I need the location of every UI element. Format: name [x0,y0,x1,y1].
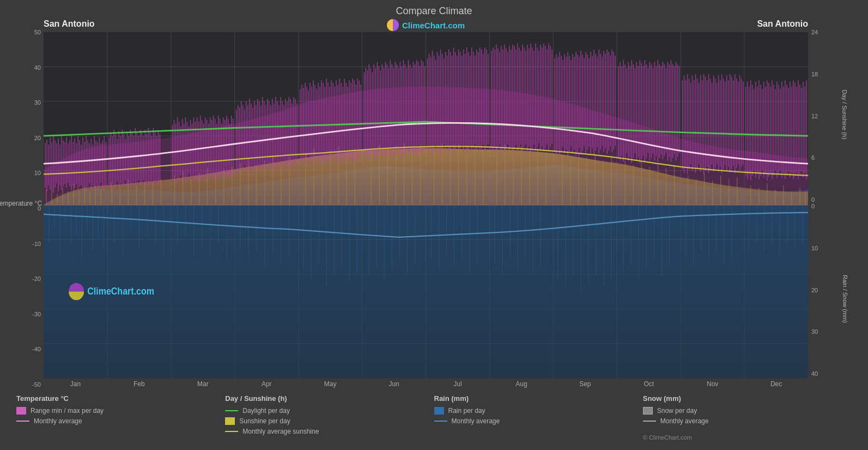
chart-svg: ClimeChart.com [44,32,808,378]
y-tick-minus20: -20 [32,275,41,282]
x-tick-apr: Apr [235,380,299,388]
legend-snow-avg-label: Monthly average [660,417,709,425]
legend-sunshine-title: Day / Sunshine (h) [225,394,434,403]
legend-rain-title: Rain (mm) [434,394,643,403]
legend-rain-bar-label: Rain per day [448,407,485,415]
location-label-left: San Antonio [44,19,95,31]
y-tick-minus10: -10 [32,241,41,247]
legend-snow-swatch [643,407,653,415]
legend-sunshine-area: Sunshine per day [225,417,434,425]
right-label-rain: Rain / Snow (mm) [842,275,848,323]
legend-temp-avg-line [16,421,29,422]
y-tick-minus40: -40 [32,346,41,352]
copyright-text: © ClimeChart.com [643,433,692,442]
climechart-logo-icon-top [387,19,399,31]
legend-rain-avg-line [434,421,447,422]
chart-area-wrapper: Temperature °C 50 40 30 20 10 0 -10 -20 … [11,19,857,388]
legend-snow-title: Snow (mm) [643,394,852,403]
x-tick-feb: Feb [107,380,171,388]
legend-rain-bar: Rain per day [434,407,643,415]
y-axis-left-label: Temperature °C [0,200,42,207]
legend-snow: Snow (mm) Snow per day Monthly average ©… [643,394,852,442]
legend-sunshine-avg-line [225,431,238,432]
y-tick-30: 30 [34,99,41,106]
y-tick-50: 50 [34,29,41,35]
x-tick-may: May [299,380,362,388]
legend-temp-range: Range min / max per day [16,407,225,415]
svg-text:ClimeChart.com: ClimeChart.com [87,286,154,297]
legend-daylight-line [225,410,238,411]
y-tick-10: 10 [34,170,41,176]
x-tick-aug: Aug [489,380,553,388]
x-tick-jun: Jun [362,380,426,388]
x-tick-sep: Sep [553,380,617,388]
y-tick-20: 20 [34,135,41,141]
legend-rain-avg-label: Monthly average [452,417,500,425]
x-tick-oct: Oct [617,380,681,388]
legend-snow-bar-label: Snow per day [657,407,697,415]
legend-sunshine-avg-label: Monthly average sunshine [242,428,319,435]
location-label-right: San Antonio [757,19,808,31]
legend-snow-avg-line [643,421,656,422]
y-tick-40: 40 [34,64,41,71]
logo-top-right: ClimeChart.com [387,19,465,31]
x-tick-jul: Jul [426,380,490,388]
legend-sunshine-avg: Monthly average sunshine [225,428,434,435]
legend-sunshine-swatch [225,417,235,425]
page-container: Compare Climate Temperature °C 50 40 30 … [0,0,868,450]
copyright-container: © ClimeChart.com [643,428,852,442]
legend-temp-title: Temperature °C [16,394,225,403]
y-axis-left: Temperature °C 50 40 30 20 10 0 -10 -20 … [11,19,44,388]
chart-plot-area: ClimeChart.com [44,32,808,378]
legend-sunshine-area-label: Sunshine per day [239,417,290,425]
logo-text-top: ClimeChart.com [402,21,465,30]
legend-snow-avg: Monthly average [643,417,852,425]
legend-temp-range-label: Range min / max per day [31,407,104,415]
x-tick-dec: Dec [744,380,808,388]
legend-rain-swatch [434,407,444,415]
right-axis-wrapper: 24 18 12 6 0 0 10 20 30 40 Day / Sunshin… [808,19,857,388]
x-axis-labels: Jan Feb Mar Apr May Jun Jul Aug Sep Oct … [44,378,808,388]
x-tick-nov: Nov [681,380,744,388]
legend-area: Temperature °C Range min / max per day M… [11,388,857,445]
legend-rain-avg: Monthly average [434,417,643,425]
x-tick-jan: Jan [44,380,107,388]
legend-daylight-label: Daylight per day [242,407,290,415]
legend-temp-range-swatch [16,407,26,415]
legend-rain: Rain (mm) Rain per day Monthly average [434,394,643,442]
location-labels: San Antonio ClimeChart.com San Antonio [44,19,808,32]
x-tick-mar: Mar [171,380,235,388]
legend-sunshine: Day / Sunshine (h) Daylight per day Suns… [225,394,434,442]
legend-temp-avg: Monthly average [16,417,225,425]
legend-temp-avg-label: Monthly average [34,417,82,425]
y-tick-minus30: -30 [32,311,41,317]
legend-daylight: Daylight per day [225,407,434,415]
y-tick-minus50: -50 [32,381,41,388]
right-axis-labels: Day / Sunshine (h) Rain / Snow (mm) [841,19,857,388]
legend-snow-bar: Snow per day [643,407,852,415]
legend-temp: Temperature °C Range min / max per day M… [16,394,225,442]
chart-middle: San Antonio ClimeChart.com San Antonio [44,19,808,388]
chart-title: Compare Climate [11,5,857,17]
right-label-sunshine: Day / Sunshine (h) [841,89,847,139]
